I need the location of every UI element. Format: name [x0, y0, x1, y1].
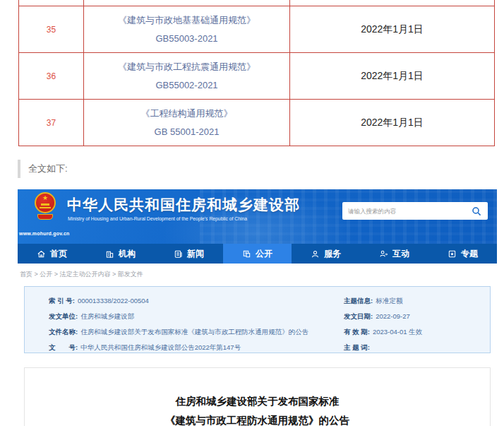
meta-column-left: 索 引 号:000013338/2022-00504 发文单位:住房和城乡建设部… — [49, 293, 317, 355]
nav-label: 专题 — [461, 248, 478, 260]
meta-line-validity: 有 效 期:2023-04-01 生效 — [344, 324, 496, 340]
interaction-icon — [379, 249, 388, 259]
meta-label: 发文单位: — [49, 312, 78, 320]
emblem-circle: ★ — [35, 192, 56, 213]
effective-date: 2022年1月1日 — [290, 100, 494, 146]
page: 35 《建筑与市政地基基础通用规范》 GB55003-2021 2022年1月1… — [0, 0, 504, 426]
emblem-ribbon — [37, 214, 53, 220]
search-button[interactable] — [471, 206, 482, 217]
meta-label: 索 引 号: — [49, 297, 75, 304]
table-cell — [290, 0, 494, 6]
search-box — [342, 202, 488, 220]
standard-name-cell: 《建筑与市政地基基础通用规范》 GB55003-2021 — [84, 6, 290, 52]
standard-code: GB 55001-2021 — [155, 123, 220, 141]
nav-label: 公开 — [256, 248, 272, 260]
nav-label: 服务 — [324, 248, 341, 260]
meta-label: 主 题 词: — [344, 343, 370, 351]
standard-name-cell: 《工程结构通用规范》 GB 55001-2021 — [84, 100, 290, 146]
row-number: 36 — [19, 53, 84, 99]
search-input[interactable] — [348, 208, 471, 215]
nav-label: 首页 — [50, 248, 67, 260]
national-emblem-icon: ★ — [33, 191, 57, 225]
meta-value: 标准定额 — [376, 297, 402, 304]
effective-date: 2022年1月1日 — [290, 6, 494, 52]
emblem-gate — [41, 203, 49, 206]
announcement-box: 住房和城乡建设部关于发布国家标准 《建筑与市政工程防水通用规范》的公告 — [24, 367, 491, 426]
nav-item-topics[interactable]: 专题 — [428, 244, 497, 264]
row-number: 35 — [19, 6, 84, 52]
topics-icon — [448, 249, 457, 259]
meta-value: 2022-09-27 — [376, 312, 410, 320]
site-url: www.mohurd.gov.cn — [19, 231, 69, 236]
standard-code: GB55003-2021 — [155, 30, 217, 48]
standard-name: 《建筑与市政地基基础通用规范》 — [118, 11, 256, 30]
announcement-title-line1: 住房和城乡建设部关于发布国家标准 — [25, 392, 490, 411]
meta-line-docnumber: 文 号:中华人民共和国住房和城乡建设部公告2022年第147号 — [49, 340, 317, 355]
site-nav: 首页 机构 新闻 公开 — [18, 244, 497, 264]
standard-name: 《工程结构通用规范》 — [141, 105, 233, 123]
site-title-en: Ministry of Housing and Urban-Rural Deve… — [68, 216, 247, 221]
meta-line-keywords: 主 题 词: — [344, 340, 496, 355]
meta-line-issue-date: 发文日期:2022-09-27 — [344, 309, 496, 324]
meta-value: 000013338/2022-00504 — [78, 297, 149, 304]
table-cell — [19, 0, 84, 6]
document-meta-box: 索 引 号:000013338/2022-00504 发文单位:住房和城乡建设部… — [24, 286, 491, 353]
search-icon — [472, 206, 481, 216]
meta-line-issuer: 发文单位:住房和城乡建设部 — [49, 309, 317, 324]
service-icon — [311, 249, 320, 259]
meta-line-topic-info: 主题信息:标准定额 — [344, 293, 496, 309]
ministry-site: ★ www.mohurd.gov.cn 中华人民共和国住房和城乡建设部 Mini… — [18, 189, 497, 426]
nav-item-service[interactable]: 服务 — [292, 244, 360, 264]
emblem-star: ★ — [36, 195, 54, 201]
nav-item-organization[interactable]: 机构 — [86, 244, 155, 264]
nav-item-disclosure[interactable]: 公开 — [223, 244, 292, 264]
standard-name: 《建筑与市政工程抗震通用规范》 — [118, 58, 256, 76]
standard-name-cell: 《建筑与市政工程抗震通用规范》 GB55002-2021 — [84, 53, 290, 99]
row-number: 37 — [19, 100, 84, 146]
nav-label: 互动 — [392, 248, 409, 260]
meta-label: 发文日期: — [344, 312, 373, 320]
table-row: 37 《工程结构通用规范》 GB 55001-2021 2022年1月1日 — [19, 100, 494, 146]
nav-item-interaction[interactable]: 互动 — [360, 244, 428, 264]
meta-line-docname: 文件名称:住房和城乡建设部关于发布国家标准《建筑与市政工程防水通用规范》的公告 — [49, 324, 317, 340]
nav-label: 新闻 — [187, 248, 204, 260]
meta-label: 有 效 期: — [344, 328, 370, 336]
breadcrumb[interactable]: 首页 > 公开 > 法定主动公开内容 > 部发文件 — [18, 264, 497, 279]
meta-value: 住房和城乡建设部关于发布国家标准《建筑与市政工程防水通用规范》的公告 — [80, 328, 308, 336]
table-cell — [84, 0, 290, 6]
standards-table: 35 《建筑与市政地基基础通用规范》 GB55003-2021 2022年1月1… — [18, 0, 495, 146]
announcement-title-line2: 《建筑与市政工程防水通用规范》的公告 — [25, 411, 490, 426]
site-title-cn: 中华人民共和国住房和城乡建设部 — [67, 195, 300, 215]
table-row-partial — [19, 0, 494, 6]
standard-code: GB55002-2021 — [155, 76, 217, 95]
meta-label: 主题信息: — [344, 297, 373, 304]
meta-line-index: 索 引 号:000013338/2022-00504 — [49, 293, 317, 309]
meta-label: 文 号: — [49, 343, 78, 351]
table-row: 36 《建筑与市政工程抗震通用规范》 GB55002-2021 2022年1月1… — [19, 53, 494, 100]
meta-value: 2023-04-01 生效 — [373, 328, 422, 336]
effective-date: 2022年1月1日 — [290, 53, 494, 99]
fulltext-label: 全文如下: — [18, 160, 68, 178]
meta-label: 文件名称: — [49, 328, 78, 336]
meta-value: 住房和城乡建设部 — [80, 312, 134, 320]
news-icon — [174, 249, 183, 259]
organization-icon — [105, 249, 114, 259]
nav-label: 机构 — [119, 248, 136, 260]
meta-column-right: 主题信息:标准定额 发文日期:2022-09-27 有 效 期:2023-04-… — [344, 293, 496, 355]
meta-value: 中华人民共和国住房和城乡建设部公告2022年第147号 — [80, 343, 241, 351]
nav-item-news[interactable]: 新闻 — [155, 244, 223, 264]
nav-item-home[interactable]: 首页 — [18, 244, 86, 264]
table-row: 35 《建筑与市政地基基础通用规范》 GB55003-2021 2022年1月1… — [19, 6, 494, 53]
emblem-gate — [40, 207, 51, 208]
disclosure-icon — [242, 249, 251, 259]
home-icon — [37, 249, 46, 259]
site-header: ★ www.mohurd.gov.cn 中华人民共和国住房和城乡建设部 Mini… — [18, 189, 497, 244]
